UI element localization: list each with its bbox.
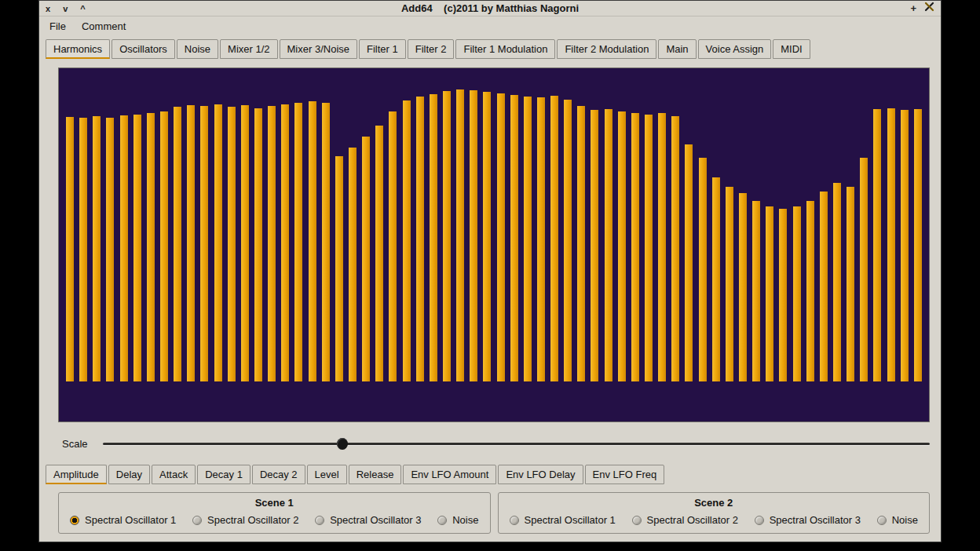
radio-icon[interactable]	[510, 516, 519, 525]
harmonic-bar-6[interactable]	[133, 115, 141, 381]
harmonic-bar-16[interactable]	[268, 106, 276, 381]
harmonic-bar-24[interactable]	[375, 126, 383, 381]
env-tab-env-lfo-delay[interactable]: Env LFO Delay	[498, 465, 583, 484]
harmonics-chart[interactable]	[58, 68, 930, 422]
harmonic-bar-34[interactable]	[510, 95, 518, 381]
harmonic-bar-23[interactable]	[362, 137, 370, 381]
slider-track[interactable]	[103, 443, 930, 445]
tab-voice-assign[interactable]: Voice Assign	[698, 39, 772, 59]
env-tab-decay-2[interactable]: Decay 2	[252, 465, 305, 484]
harmonic-bar-21[interactable]	[335, 156, 343, 381]
tab-filter-2-modulation[interactable]: Filter 2 Modulation	[557, 39, 656, 59]
tab-filter-1-modulation[interactable]: Filter 1 Modulation	[455, 39, 555, 59]
harmonic-bar-25[interactable]	[389, 111, 397, 381]
harmonic-bar-5[interactable]	[120, 115, 128, 381]
harmonic-bar-18[interactable]	[294, 103, 302, 381]
env-tab-level[interactable]: Level	[307, 465, 347, 484]
harmonic-bar-4[interactable]	[106, 118, 114, 381]
harmonic-bar-31[interactable]	[470, 90, 477, 381]
harmonic-bar-41[interactable]	[605, 109, 612, 381]
tab-mixer-3-noise[interactable]: Mixer 3/Noise	[280, 39, 357, 59]
harmonic-bar-37[interactable]	[550, 96, 558, 381]
tab-midi[interactable]: MIDI	[773, 39, 810, 59]
tab-mixer-1-2[interactable]: Mixer 1/2	[220, 39, 277, 59]
harmonic-bar-29[interactable]	[443, 91, 451, 381]
harmonic-bar-22[interactable]	[349, 148, 357, 381]
harmonic-bar-32[interactable]	[483, 92, 491, 381]
harmonic-bar-19[interactable]	[309, 101, 316, 381]
radio-icon[interactable]	[877, 516, 887, 525]
harmonic-bar-14[interactable]	[241, 105, 249, 381]
tab-harmonics[interactable]: Harmonics	[46, 39, 110, 59]
harmonic-bar-33[interactable]	[497, 93, 505, 381]
harmonic-bar-26[interactable]	[403, 100, 411, 381]
scene-2-option-spectral-oscillator-3[interactable]: Spectral Oscillator 3	[755, 514, 861, 526]
harmonic-bar-49[interactable]	[712, 177, 720, 381]
env-tab-delay[interactable]: Delay	[108, 465, 150, 484]
slider-handle[interactable]	[337, 438, 348, 450]
scene-1-option-spectral-oscillator-2[interactable]: Spectral Oscillator 2	[192, 514, 298, 526]
harmonic-bar-55[interactable]	[793, 206, 801, 381]
radio-icon[interactable]	[315, 516, 324, 525]
harmonic-bar-12[interactable]	[214, 104, 222, 381]
harmonic-bar-10[interactable]	[187, 105, 195, 381]
harmonic-bar-20[interactable]	[322, 103, 330, 381]
harmonic-bar-58[interactable]	[833, 183, 841, 381]
scene-2-option-spectral-oscillator-1[interactable]: Spectral Oscillator 1	[510, 514, 616, 526]
close-icon[interactable]: x	[46, 1, 50, 16]
harmonic-bar-35[interactable]	[524, 97, 532, 381]
harmonic-bar-13[interactable]	[228, 107, 236, 381]
harmonic-bar-54[interactable]	[779, 209, 787, 381]
harmonic-bar-30[interactable]	[456, 89, 464, 381]
harmonic-bar-43[interactable]	[631, 113, 639, 381]
harmonic-bar-52[interactable]	[752, 201, 760, 381]
harmonic-bar-11[interactable]	[200, 106, 208, 381]
harmonic-bar-38[interactable]	[564, 100, 572, 381]
harmonic-bar-39[interactable]	[577, 106, 585, 381]
radio-icon[interactable]	[632, 516, 642, 525]
plus-icon[interactable]: +	[910, 1, 916, 16]
harmonic-bar-8[interactable]	[160, 111, 168, 381]
harmonic-bar-15[interactable]	[254, 108, 262, 381]
scene-1-option-spectral-oscillator-1[interactable]: Spectral Oscillator 1	[70, 514, 176, 526]
wrench-icon[interactable]	[924, 1, 934, 16]
harmonic-bar-42[interactable]	[618, 111, 626, 381]
scene-2-option-spectral-oscillator-2[interactable]: Spectral Oscillator 2	[632, 514, 738, 526]
harmonic-bar-9[interactable]	[174, 107, 181, 381]
harmonic-bar-62[interactable]	[887, 108, 895, 381]
harmonic-bar-3[interactable]	[93, 116, 101, 381]
harmonic-bar-48[interactable]	[699, 158, 707, 381]
tab-noise[interactable]: Noise	[177, 39, 218, 59]
harmonic-bar-61[interactable]	[873, 109, 881, 381]
harmonic-bar-64[interactable]	[914, 109, 922, 381]
harmonic-bar-45[interactable]	[658, 113, 666, 381]
harmonic-bar-2[interactable]	[79, 118, 87, 381]
titlebar[interactable]: x v ^ Add64 (c)2011 by Matthias Nagorni …	[39, 1, 941, 16]
env-tab-env-lfo-freq[interactable]: Env LFO Freq	[585, 465, 665, 484]
env-tab-amplitude[interactable]: Amplitude	[46, 465, 107, 484]
scene-1-option-spectral-oscillator-3[interactable]: Spectral Oscillator 3	[315, 514, 421, 526]
tab-oscillators[interactable]: Oscillators	[112, 39, 175, 59]
harmonic-bar-57[interactable]	[820, 192, 828, 381]
harmonic-bar-40[interactable]	[591, 110, 598, 381]
scene-2-option-noise[interactable]: Noise	[877, 514, 918, 526]
harmonic-bar-53[interactable]	[766, 206, 773, 381]
tab-filter-2[interactable]: Filter 2	[408, 39, 455, 59]
menu-file[interactable]: File	[49, 20, 66, 32]
scene-1-option-noise[interactable]: Noise	[437, 514, 478, 526]
harmonic-bar-7[interactable]	[147, 113, 155, 381]
harmonic-bar-17[interactable]	[281, 104, 289, 381]
harmonic-bar-63[interactable]	[901, 110, 909, 381]
harmonic-bar-50[interactable]	[726, 187, 733, 381]
radio-icon[interactable]	[437, 516, 447, 525]
env-tab-env-lfo-amount[interactable]: Env LFO Amount	[403, 465, 496, 484]
harmonic-bar-1[interactable]	[66, 117, 74, 381]
harmonic-bar-44[interactable]	[645, 115, 653, 381]
menu-comment[interactable]: Comment	[82, 20, 126, 32]
harmonic-bar-60[interactable]	[860, 158, 868, 381]
tab-filter-1[interactable]: Filter 1	[359, 39, 406, 59]
radio-icon[interactable]	[192, 516, 202, 525]
harmonic-bar-47[interactable]	[685, 144, 693, 381]
harmonic-bar-46[interactable]	[671, 116, 679, 381]
env-tab-decay-1[interactable]: Decay 1	[197, 465, 250, 484]
